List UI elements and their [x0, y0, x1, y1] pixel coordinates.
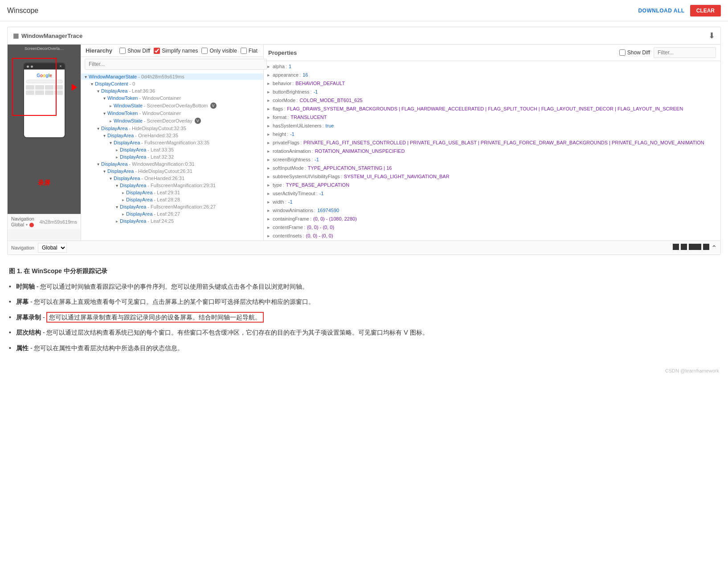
visible-badge: V	[195, 118, 201, 124]
nav-expand-icon[interactable]: ⌃	[711, 244, 717, 252]
prop-bullet: ▸	[267, 182, 271, 188]
tree-node-content[interactable]: ▸DisplayArea - Leaf:32:32	[81, 154, 263, 160]
prop-colon: :	[300, 140, 302, 145]
tree-expand-icon[interactable]: ▾	[103, 169, 106, 174]
tree-expand-icon[interactable]: ▾	[103, 111, 106, 116]
tree-node-content[interactable]: ▾WindowToken - WindowContainer	[81, 95, 263, 101]
app-title: Winscope	[7, 7, 38, 15]
node-meta: - HideDisplayCutout:26:31	[134, 168, 192, 174]
prop-colon: :	[287, 115, 289, 120]
only-visible-checkbox-label[interactable]: Only visible	[201, 48, 237, 54]
hierarchy-filter-input[interactable]	[85, 59, 267, 70]
tree-node-text: DisplayArea - Leaf:33:35	[120, 147, 174, 152]
tree-node-text: DisplayArea - WindowedMagnification:0:31	[101, 161, 195, 167]
hierarchy-toolbar: Hierarchy Show Diff Simplify names Only …	[81, 45, 263, 57]
prop-key: alpha	[273, 64, 285, 69]
tree-node-content[interactable]: ▾DisplayArea - OneHanded:32:35	[81, 132, 263, 139]
global-select[interactable]: Global	[38, 243, 67, 253]
tree-node-content[interactable]: ▾DisplayArea - Leaf:36:36	[81, 88, 263, 94]
prop-item-container: ▸appearance : 16	[267, 71, 717, 79]
app-icon	[54, 85, 63, 90]
tree-expand-icon[interactable]: ▾	[91, 82, 93, 86]
tree-node-content[interactable]: ▾DisplayArea - HideDisplayCutout:32:35	[81, 125, 263, 131]
panel-footer: Navigation Global ▾ 4h28m59s619ms	[8, 214, 81, 229]
prop-colon: :	[283, 182, 284, 188]
app-icon	[26, 90, 34, 95]
show-diff-checkbox[interactable]	[119, 48, 126, 54]
tree-node-text: DisplayArea - Leaf:36:36	[101, 88, 155, 94]
prop-value: (0, 0) - (1080, 2280)	[313, 216, 357, 221]
prop-value: 16	[303, 72, 308, 78]
tree-node-text: DisplayArea - Leaf:28:28	[126, 197, 180, 202]
flat-checkbox-label[interactable]: Flat	[241, 48, 258, 54]
tree-expand-icon[interactable]: ▾	[97, 162, 99, 167]
tree-expand-icon[interactable]: ▾	[110, 140, 112, 145]
tree-node-content[interactable]: ▾DisplayContent - 0	[81, 81, 263, 87]
prop-item: ▸subtreeSystemUIVisibilityFlags : SYSTEM…	[267, 173, 717, 180]
simplify-names-checkbox-label[interactable]: Simplify names	[154, 48, 198, 54]
tree-node-content[interactable]: ▾WindowToken - WindowContainer	[81, 110, 263, 116]
tree-container: ▾WindowManagerState - 0d4h28m59s619ms▾Di…	[81, 71, 263, 241]
tree-node: ▸WindowState - ScreenDecorOverlayBottomV	[81, 102, 263, 110]
prop-item: ▸hasSystemUiListeners : true	[267, 122, 717, 130]
node-meta: - Leaf:26:27	[152, 211, 180, 217]
show-diff-checkbox-label[interactable]: Show Diff	[119, 48, 150, 54]
prop-item: ▸screenBrightness : -1	[267, 156, 717, 164]
article-term: 屏幕	[16, 298, 29, 305]
properties-panel: Properties Show Diff ▸alpha : 1▸appearan…	[264, 45, 720, 241]
global-label: Global	[11, 222, 24, 227]
article-list: 时间轴 - 您可以通过时间轴查看跟踪记录中的事件序列。您可以使用箭头键或点击各个…	[9, 279, 719, 356]
prop-item-container: ▸hasSystemUiListeners : true	[267, 122, 717, 130]
prop-item-container: ▸contentFrame : (0, 0) - (0, 0)	[267, 224, 717, 231]
card-download-icon[interactable]: ⬇	[708, 31, 715, 41]
google-logo: Google	[26, 73, 63, 78]
only-visible-checkbox[interactable]	[201, 48, 208, 54]
node-name: DisplayArea	[120, 183, 146, 188]
tree-node-content[interactable]: ▾DisplayArea - FullscreenMagnification:2…	[81, 204, 263, 210]
flat-checkbox[interactable]	[241, 48, 247, 54]
tree-expand-icon[interactable]: ▾	[85, 74, 87, 79]
node-meta: - WindowContainer	[138, 111, 181, 116]
tree-node-text: WindowToken - WindowContainer	[107, 95, 181, 101]
tree-node: ▾WindowToken - WindowContainer	[81, 94, 263, 102]
tree-expand-icon[interactable]: ▾	[116, 183, 118, 188]
node-meta: - FullscreenMagnification:29:31	[146, 183, 216, 188]
tree-node-content[interactable]: ▾DisplayArea - HideDisplayCutout:26:31	[81, 168, 263, 174]
tree-node-content[interactable]: ▾DisplayArea - OneHanded:26:31	[81, 175, 263, 181]
tree-node-content[interactable]: ▸DisplayArea - Leaf:29:31	[81, 189, 263, 196]
clear-button[interactable]: CLEAR	[690, 5, 721, 16]
app-header: Winscope DOWNLOAD ALL CLEAR	[0, 0, 728, 21]
tree-node-content[interactable]: ▾DisplayArea - FullscreenMagnification:2…	[81, 182, 263, 188]
tree-node-content[interactable]: ▾WindowManagerState - 0d4h28m59s619ms	[81, 74, 263, 80]
tree-node-text: WindowState - ScreenDecorOverlayBottom	[114, 103, 208, 108]
tree-node-content[interactable]: ▸DisplayArea - Leaf:26:27	[81, 211, 263, 217]
prop-value: -1	[288, 199, 293, 205]
tree-expand-icon[interactable]: ▾	[116, 205, 118, 209]
properties-filter-input[interactable]	[654, 47, 716, 58]
tree-node-content[interactable]: ▸DisplayArea - Leaf:24:25	[81, 218, 263, 224]
tree-node-content[interactable]: ▸DisplayArea - Leaf:28:28	[81, 197, 263, 203]
tree-node-content[interactable]: ▾DisplayArea - WindowedMagnification:0:3…	[81, 161, 263, 167]
props-show-diff-label[interactable]: Show Diff	[619, 49, 650, 56]
tree-node-content[interactable]: ▸WindowState - ScreenDecorOverlayV	[81, 117, 263, 124]
download-all-button[interactable]: DOWNLOAD ALL	[638, 8, 684, 14]
screen-mockup[interactable]: ✕ Google	[23, 62, 65, 138]
tree-node-content[interactable]: ▸DisplayArea - Leaf:33:35	[81, 147, 263, 153]
prop-item-container: ▸contentInsets : (0, 0) - (0, 0)	[267, 232, 717, 240]
article-list-item: 时间轴 - 您可以通过时间轴查看跟踪记录中的事件序列。您可以使用箭头键或点击各个…	[9, 279, 719, 294]
tree-node-content[interactable]: ▾DisplayArea - FullscreenMagnification:3…	[81, 139, 263, 146]
props-show-diff-checkbox[interactable]	[619, 49, 626, 56]
tree-expand-icon[interactable]: ▾	[110, 176, 112, 181]
tree-node-text: DisplayArea - OneHanded:26:31	[114, 176, 184, 181]
simplify-names-checkbox[interactable]	[154, 48, 160, 54]
tree-expand-icon[interactable]: ▾	[103, 133, 106, 138]
tree-node-content[interactable]: ▸WindowState - ScreenDecorOverlayBottomV	[81, 102, 263, 109]
hierarchy-title: Hierarchy	[86, 47, 112, 54]
tree-expand-icon[interactable]: ▾	[97, 126, 99, 131]
prop-value: true	[326, 123, 334, 128]
dropdown-icon[interactable]: ▾	[26, 223, 28, 227]
prop-item: ▸contentFrame : (0, 0) - (0, 0)	[267, 224, 717, 231]
tree-expand-icon[interactable]: ▾	[103, 96, 106, 101]
tree-expand-icon[interactable]: ▾	[97, 89, 99, 94]
prop-value: BEHAVIOR_DEFAULT	[295, 81, 345, 86]
